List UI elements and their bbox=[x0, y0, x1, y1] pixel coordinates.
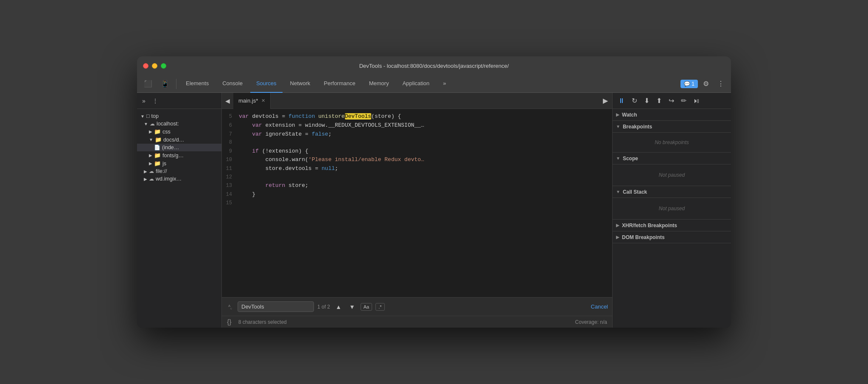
tree-item-top[interactable]: ▼ □ top bbox=[137, 112, 221, 120]
notification-button[interactable]: 💬 1 bbox=[680, 80, 698, 88]
tab-close-button[interactable]: ✕ bbox=[261, 98, 265, 103]
close-button[interactable] bbox=[143, 63, 148, 69]
scope-label: Scope bbox=[623, 156, 638, 161]
arrow-icon: ▶ bbox=[149, 153, 152, 158]
tree-label: localhost: bbox=[157, 121, 179, 127]
match-case-button[interactable]: Aa bbox=[361, 303, 372, 311]
chevron-down-icon: ▼ bbox=[616, 124, 620, 129]
notification-icon: 💬 bbox=[684, 81, 690, 87]
inspect-button[interactable]: ⬛ bbox=[140, 78, 156, 89]
coverage-info: Coverage: n/a bbox=[575, 319, 607, 325]
tree-label: css bbox=[162, 129, 171, 135]
step-into-button[interactable]: ⬇ bbox=[642, 95, 652, 106]
line-number: 13 bbox=[222, 182, 239, 190]
arrow-icon: ▶ bbox=[149, 161, 152, 166]
tab-console[interactable]: Console bbox=[216, 75, 249, 93]
tree-label: file:// bbox=[156, 168, 167, 174]
scope-content: Not paused bbox=[613, 164, 731, 186]
line-number: 9 bbox=[222, 147, 239, 156]
line-number: 11 bbox=[222, 165, 239, 173]
find-prev-button[interactable]: ▲ bbox=[333, 302, 344, 312]
top-toolbar: ⬛ 📱 Elements Console Sources Network Per… bbox=[137, 75, 731, 93]
tree-item-localhost[interactable]: ▼ ☁ localhost: bbox=[137, 120, 221, 128]
sidebar-expand-button[interactable]: » bbox=[140, 97, 147, 105]
tab-application[interactable]: Application bbox=[397, 75, 436, 93]
tab-elements[interactable]: Elements bbox=[180, 75, 215, 93]
watch-label: Watch bbox=[622, 112, 637, 118]
folder-icon: 📁 bbox=[154, 128, 161, 135]
line-number: 8 bbox=[222, 139, 239, 147]
scope-section-header[interactable]: ▼ Scope bbox=[613, 153, 731, 164]
tree-item-js[interactable]: ▶ 📁 js bbox=[137, 159, 221, 167]
code-content: if (!extension) { bbox=[239, 147, 308, 156]
code-editor[interactable]: 5 var devtools = function unistoreDevToo… bbox=[222, 109, 612, 297]
code-line-9: 9 if (!extension) { bbox=[222, 147, 612, 156]
traffic-lights bbox=[143, 63, 166, 69]
tree-item-fonts[interactable]: ▶ 📁 fonts/g… bbox=[137, 151, 221, 159]
dom-label: DOM Breakpoints bbox=[622, 234, 665, 240]
find-replace-toggle[interactable]: ᴬ꜀ bbox=[226, 303, 234, 311]
tree-label: (inde… bbox=[162, 145, 179, 150]
minimize-button[interactable] bbox=[152, 63, 157, 69]
tree-item-css[interactable]: ▶ 📁 css bbox=[137, 128, 221, 136]
tree-label: fonts/g… bbox=[162, 153, 184, 159]
find-cancel-button[interactable]: Cancel bbox=[591, 303, 608, 310]
step-over-button[interactable]: ↻ bbox=[630, 95, 639, 106]
xhr-section-header[interactable]: ▶ XHR/fetch Breakpoints bbox=[613, 220, 731, 231]
regex-button[interactable]: .* bbox=[375, 303, 384, 311]
code-line-12: 12 bbox=[222, 173, 612, 181]
devtools-window: DevTools - localhost:8080/docs/devtools/… bbox=[137, 56, 731, 328]
code-line-5: 5 var devtools = function unistoreDevToo… bbox=[222, 112, 612, 121]
tab-filename: main.js* bbox=[238, 97, 258, 104]
tree-item-docs[interactable]: ▼ 📁 docs/d… bbox=[137, 136, 221, 144]
xhr-label: XHR/fetch Breakpoints bbox=[622, 223, 677, 228]
format-button[interactable]: {} bbox=[227, 318, 232, 326]
folder-icon: 📁 bbox=[155, 136, 162, 143]
code-line-11: 11 store.devtools = null; bbox=[222, 164, 612, 173]
tree-item-imgix[interactable]: ▶ ☁ wd.imgix… bbox=[137, 175, 221, 183]
editor-tab-mainjs[interactable]: main.js* ✕ bbox=[233, 93, 271, 109]
tab-memory[interactable]: Memory bbox=[363, 75, 395, 93]
run-to-here-button[interactable]: ▶ bbox=[599, 95, 612, 106]
watch-section-header[interactable]: ▶ Watch bbox=[613, 109, 731, 121]
breakpoints-label: Breakpoints bbox=[623, 124, 652, 130]
cloud-icon: ☁ bbox=[150, 121, 155, 127]
code-line-13: 13 return store; bbox=[222, 181, 612, 190]
tree-item-index[interactable]: 📄 (inde… bbox=[137, 144, 221, 151]
dom-section-header[interactable]: ▶ DOM Breakpoints bbox=[613, 231, 731, 243]
tab-network[interactable]: Network bbox=[284, 75, 316, 93]
tree-label: wd.imgix… bbox=[156, 176, 182, 182]
step-out-button[interactable]: ⬆ bbox=[654, 95, 664, 106]
more-tabs-button[interactable]: » bbox=[437, 75, 452, 93]
blackbox-button[interactable]: ✏ bbox=[679, 95, 689, 106]
pause-button[interactable]: ⏸ bbox=[616, 96, 627, 106]
chevron-right-icon: ▶ bbox=[616, 112, 619, 117]
step-button[interactable]: ↪ bbox=[666, 95, 676, 106]
editor-area: ◀ main.js* ✕ ▶ 5 var devtools = function… bbox=[222, 93, 612, 328]
callstack-section-header[interactable]: ▼ Call Stack bbox=[613, 186, 731, 198]
tab-performance[interactable]: Performance bbox=[318, 75, 361, 93]
breakpoints-section-header[interactable]: ▼ Breakpoints bbox=[613, 121, 731, 133]
tab-sources[interactable]: Sources bbox=[250, 75, 283, 93]
code-content: return store; bbox=[239, 181, 308, 190]
tree-item-file[interactable]: ▶ ☁ file:// bbox=[137, 167, 221, 175]
folder-icon: □ bbox=[146, 113, 150, 119]
sidebar-more-button[interactable]: ⋮ bbox=[151, 97, 160, 105]
more-options-button[interactable]: ⋮ bbox=[714, 78, 728, 89]
arrow-icon: ▼ bbox=[149, 137, 153, 142]
device-toggle-button[interactable]: 📱 bbox=[157, 78, 173, 89]
sidebar-toggle-button[interactable]: ◀ bbox=[222, 96, 233, 106]
maximize-button[interactable] bbox=[161, 63, 166, 69]
cloud-icon: ☁ bbox=[149, 168, 154, 174]
chevron-right-icon: ▶ bbox=[616, 223, 619, 228]
settings-button[interactable]: ⚙ bbox=[700, 78, 712, 89]
code-content: store.devtools = null; bbox=[239, 164, 338, 173]
arrow-icon: ▼ bbox=[144, 122, 148, 126]
line-number: 5 bbox=[222, 113, 239, 121]
code-content: var ignoreState = false; bbox=[239, 130, 331, 139]
debug-toolbar: ⏸ ↻ ⬇ ⬆ ↪ ✏ ⏯ bbox=[613, 93, 731, 109]
sidebar-toolbar: » ⋮ bbox=[137, 93, 221, 109]
find-input[interactable] bbox=[238, 301, 314, 312]
find-next-button[interactable]: ▼ bbox=[347, 302, 357, 312]
deactivate-button[interactable]: ⏯ bbox=[691, 96, 702, 106]
